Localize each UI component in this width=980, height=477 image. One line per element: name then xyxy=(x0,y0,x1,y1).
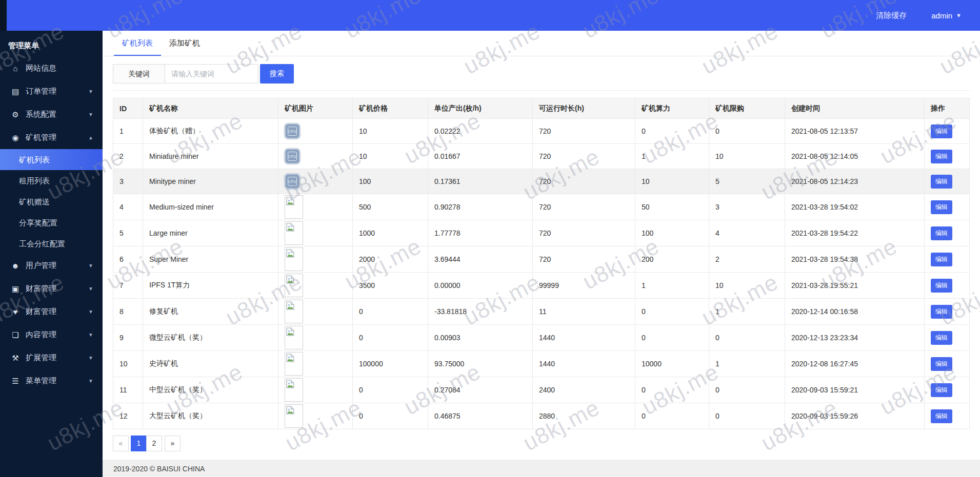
cell-image: CPU xyxy=(278,169,353,194)
cell-price: 100 xyxy=(353,169,428,194)
sidebar-item-rental-list[interactable]: 租用列表 xyxy=(0,170,103,191)
pagination-page-2[interactable]: 2 xyxy=(146,435,162,451)
table-row: 4Medium-sized miner5000.902787205032021-… xyxy=(113,194,970,220)
column-header: 可运行时长(h) xyxy=(533,98,635,119)
sidebar-item-label: 用户管理 xyxy=(26,261,56,271)
chevron-down-icon: ▼ xyxy=(88,355,93,361)
cell-power: 100 xyxy=(635,220,709,246)
cell-name: Minitype miner xyxy=(143,169,278,194)
pagination-next[interactable]: » xyxy=(165,435,181,451)
edit-button[interactable]: 编辑 xyxy=(931,125,952,138)
user-menu[interactable]: admin ▼ xyxy=(931,11,962,20)
cell-limit: 1 xyxy=(709,299,785,325)
cell-actions: 编辑 xyxy=(925,220,970,246)
sidebar-item-menu-mgmt[interactable]: ☰菜单管理▼ xyxy=(0,369,103,392)
broken-image-icon xyxy=(285,195,303,219)
cell-created: 2021-08-05 12:13:57 xyxy=(785,119,925,144)
cell-created: 2020-09-03 15:59:26 xyxy=(785,403,925,429)
pagination-page-1[interactable]: 1 xyxy=(131,435,147,451)
tab-miner-list[interactable]: 矿机列表 xyxy=(114,31,161,56)
edit-button[interactable]: 编辑 xyxy=(931,226,952,240)
sidebar-submenu: 矿机列表租用列表矿机赠送分享奖配置工会分红配置 xyxy=(0,149,103,254)
cell-runtime: 11 xyxy=(533,299,635,325)
cell-created: 2021-08-05 12:14:05 xyxy=(785,144,925,169)
cell-price: 0 xyxy=(353,325,428,351)
sidebar-item-wealth-mgmt-2[interactable]: ♥财富管理▼ xyxy=(0,300,103,323)
cell-price: 2000 xyxy=(353,246,428,273)
table-row: 10史诗矿机10000093.7500014401000012020-12-08… xyxy=(113,351,970,377)
keyword-input[interactable] xyxy=(165,64,258,84)
tab-bar: 矿机列表添加矿机 xyxy=(103,31,980,56)
cell-actions: 编辑 xyxy=(925,194,970,220)
edit-button[interactable]: 编辑 xyxy=(931,200,952,214)
cell-image xyxy=(278,220,353,246)
column-header: 创建时间 xyxy=(785,98,925,119)
topbar: 清除缓存 admin ▼ xyxy=(0,0,980,31)
table-row: 2Miniature minerCPU100.016677201102021-0… xyxy=(113,144,970,169)
cpu-chip-label: CPU xyxy=(288,180,296,183)
sidebar-item-share-reward-config[interactable]: 分享奖配置 xyxy=(0,212,103,233)
sidebar-item-label: 内容管理 xyxy=(26,330,56,340)
cpu-chip-icon: CPU xyxy=(285,123,300,139)
cell-price: 10 xyxy=(353,119,428,144)
edit-button[interactable]: 编辑 xyxy=(931,253,952,266)
edit-button[interactable]: 编辑 xyxy=(931,150,952,163)
cell-id: 12 xyxy=(113,403,143,429)
cell-power: 10 xyxy=(635,169,709,194)
cell-image xyxy=(278,273,353,299)
sidebar-item-miner-gift[interactable]: 矿机赠送 xyxy=(0,191,103,212)
edit-button[interactable]: 编辑 xyxy=(931,175,952,189)
edit-button[interactable]: 编辑 xyxy=(931,331,952,345)
cell-price: 0 xyxy=(353,403,428,429)
edit-button[interactable]: 编辑 xyxy=(931,279,952,293)
cell-name: Large miner xyxy=(143,220,278,246)
cell-runtime: 720 xyxy=(533,246,635,273)
cell-name: 史诗矿机 xyxy=(143,351,278,377)
cell-power: 10000 xyxy=(635,351,709,377)
table-row: 1体验矿机（赠）CPU100.02222720002021-08-05 12:1… xyxy=(113,119,970,144)
edit-button[interactable]: 编辑 xyxy=(931,357,952,371)
edit-button[interactable]: 编辑 xyxy=(931,305,952,319)
chevron-down-icon: ▼ xyxy=(88,332,93,338)
cell-created: 2021-03-28 19:54:22 xyxy=(785,220,925,246)
cell-limit: 10 xyxy=(709,144,785,169)
cell-image: CPU xyxy=(278,144,353,169)
sidebar-nav: ⌂网站信息▤订单管理▼⚙系统配置▼◉矿机管理▲矿机列表租用列表矿机赠送分享奖配置… xyxy=(0,57,103,392)
edit-button[interactable]: 编辑 xyxy=(931,383,952,397)
cpu-chip-icon: CPU xyxy=(285,174,300,189)
sidebar-item-user-mgmt[interactable]: ☻用户管理▼ xyxy=(0,254,103,277)
sidebar-item-miner-list[interactable]: 矿机列表 xyxy=(0,149,103,170)
sidebar-item-extension-mgmt[interactable]: ⚒扩展管理▼ xyxy=(0,346,103,369)
logo-strip xyxy=(0,0,7,31)
search-button[interactable]: 搜索 xyxy=(260,64,294,84)
sidebar-item-system-config[interactable]: ⚙系统配置▼ xyxy=(0,103,103,126)
cell-id: 3 xyxy=(113,169,143,194)
clear-cache-link[interactable]: 清除缓存 xyxy=(876,11,907,20)
column-header: 矿机图片 xyxy=(278,98,353,119)
table-row: 11中型云矿机（奖）00.270842400002020-09-03 15:59… xyxy=(113,377,970,403)
cell-limit: 3 xyxy=(709,194,785,220)
tab-add-miner[interactable]: 添加矿机 xyxy=(161,31,208,56)
cell-actions: 编辑 xyxy=(925,169,970,194)
broken-image-icon xyxy=(285,404,303,428)
cell-output: 0.00903 xyxy=(428,325,533,351)
cell-output: 0.17361 xyxy=(428,169,533,194)
sidebar-item-site-info[interactable]: ⌂网站信息 xyxy=(0,57,103,80)
edit-button[interactable]: 编辑 xyxy=(931,409,952,423)
cell-output: 0.01667 xyxy=(428,144,533,169)
cpu-chip-label: CPU xyxy=(288,155,296,158)
cell-output: 93.75000 xyxy=(428,351,533,377)
column-header: 操作 xyxy=(925,98,970,119)
cell-created: 2020-12-08 16:27:45 xyxy=(785,351,925,377)
column-header: 矿机价格 xyxy=(353,98,428,119)
sidebar-item-miner-mgmt[interactable]: ◉矿机管理▲ xyxy=(0,126,103,149)
sidebar-item-orders[interactable]: ▤订单管理▼ xyxy=(0,80,103,103)
sidebar-item-label: 扩展管理 xyxy=(26,353,56,363)
sidebar-item-content-mgmt[interactable]: ❏内容管理▼ xyxy=(0,323,103,346)
sidebar-item-wealth-mgmt-1[interactable]: ▣财富管理▼ xyxy=(0,277,103,300)
cell-name: 体验矿机（赠） xyxy=(143,119,278,144)
cell-image: CPU xyxy=(278,119,353,144)
cell-runtime: 720 xyxy=(533,169,635,194)
pagination-prev[interactable]: « xyxy=(113,435,129,451)
sidebar-item-union-dividend-config[interactable]: 工会分红配置 xyxy=(0,233,103,254)
